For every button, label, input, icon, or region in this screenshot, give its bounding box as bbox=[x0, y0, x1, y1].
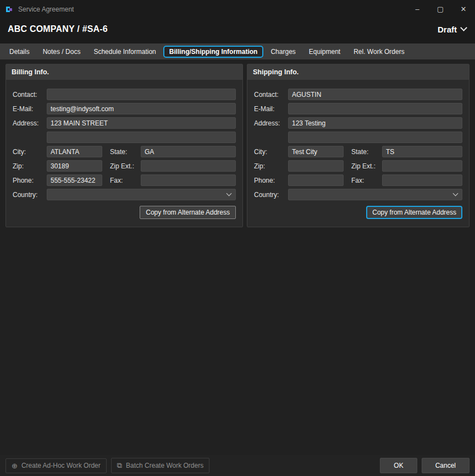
billing-country-label: Country: bbox=[13, 191, 47, 199]
shipping-state-label: State: bbox=[351, 148, 382, 156]
ok-button[interactable]: OK bbox=[380, 458, 417, 473]
batch-create-work-orders-label: Batch Create Work Orders bbox=[126, 462, 203, 469]
billing-zip-label: Zip: bbox=[13, 162, 47, 170]
chevron-down-icon bbox=[227, 191, 232, 196]
billing-state-label: State: bbox=[110, 148, 141, 156]
shipping-zip-ext-label: Zip Ext.: bbox=[351, 162, 382, 170]
create-adhoc-work-order-label: Create Ad-Hoc Work Order bbox=[21, 462, 101, 469]
footer: ⊕ Create Ad-Hoc Work Order ⧉ Batch Creat… bbox=[0, 455, 475, 476]
shipping-state-input[interactable] bbox=[382, 146, 462, 157]
shipping-panel-title: Shipping Info. bbox=[247, 64, 469, 80]
shipping-zip-input[interactable] bbox=[288, 160, 344, 172]
page-title: ABC COMPANY / #SA-6 bbox=[8, 24, 108, 34]
tab-schedule-information[interactable]: Schedule Information bbox=[87, 46, 162, 58]
minimize-button[interactable]: – bbox=[406, 0, 429, 18]
main-content: Billing Info. Contact: E-Mail: Address: bbox=[0, 59, 475, 455]
status-dropdown[interactable]: Draft bbox=[438, 25, 466, 34]
shipping-fax-input[interactable] bbox=[382, 174, 462, 186]
billing-city-label: City: bbox=[13, 148, 47, 156]
billing-address2-input[interactable] bbox=[47, 132, 236, 143]
billing-panel-body: Contact: E-Mail: Address: bbox=[6, 80, 242, 227]
billing-copy-from-alternate-address-button[interactable]: Copy from Alternate Address bbox=[140, 206, 236, 219]
billing-city-input[interactable] bbox=[47, 146, 102, 157]
shipping-zip-label: Zip: bbox=[254, 162, 288, 170]
shipping-contact-label: Contact: bbox=[254, 91, 288, 99]
shipping-fax-label: Fax: bbox=[351, 177, 382, 184]
shipping-country-label: Country: bbox=[254, 191, 288, 199]
app-logo-icon bbox=[4, 4, 14, 14]
service-agreement-window: Service Agreement – ▢ ✕ ABC COMPANY / #S… bbox=[0, 0, 475, 476]
shipping-email-label: E-Mail: bbox=[254, 105, 288, 113]
shipping-copy-from-alternate-address-button[interactable]: Copy from Alternate Address bbox=[366, 206, 462, 219]
billing-address1-input[interactable] bbox=[47, 117, 236, 129]
billing-contact-input[interactable] bbox=[47, 89, 236, 100]
billing-phone-input[interactable] bbox=[47, 174, 102, 186]
billing-zip-ext-label: Zip Ext.: bbox=[110, 162, 141, 170]
billing-phone-label: Phone: bbox=[13, 177, 47, 184]
titlebar: Service Agreement – ▢ ✕ bbox=[0, 0, 475, 18]
batch-create-work-orders-button[interactable]: ⧉ Batch Create Work Orders bbox=[111, 458, 209, 473]
billing-fax-input[interactable] bbox=[141, 174, 236, 186]
billing-address-label: Address: bbox=[13, 119, 47, 127]
billing-panel-title: Billing Info. bbox=[6, 64, 242, 80]
shipping-city-input[interactable] bbox=[288, 146, 344, 157]
billing-zip-input[interactable] bbox=[47, 160, 102, 172]
shipping-info-panel: Shipping Info. Contact: E-Mail: Address: bbox=[247, 64, 470, 227]
close-button[interactable]: ✕ bbox=[452, 0, 475, 18]
status-badge: Draft bbox=[438, 25, 457, 34]
billing-fax-label: Fax: bbox=[110, 177, 141, 184]
tab-notes-docs[interactable]: Notes / Docs bbox=[37, 46, 87, 58]
create-adhoc-work-order-button[interactable]: ⊕ Create Ad-Hoc Work Order bbox=[5, 458, 107, 473]
shipping-contact-input[interactable] bbox=[288, 89, 462, 100]
billing-country-select[interactable] bbox=[47, 189, 236, 200]
chevron-down-icon bbox=[460, 24, 467, 31]
cancel-button[interactable]: Cancel bbox=[422, 458, 470, 473]
tab-billing-shipping-information[interactable]: Billing/Shipping Information bbox=[163, 46, 264, 58]
billing-zip-ext-input[interactable] bbox=[141, 160, 236, 172]
shipping-panel-body: Contact: E-Mail: Address: bbox=[247, 80, 469, 227]
billing-email-input[interactable] bbox=[47, 103, 236, 114]
window-title: Service Agreement bbox=[18, 6, 74, 13]
shipping-phone-input[interactable] bbox=[288, 174, 344, 186]
batch-documents-icon: ⧉ bbox=[117, 461, 122, 470]
tab-rel-work-orders[interactable]: Rel. Work Orders bbox=[347, 46, 410, 58]
billing-shipping-panels: Billing Info. Contact: E-Mail: Address: bbox=[5, 64, 470, 227]
maximize-button[interactable]: ▢ bbox=[429, 0, 452, 18]
billing-info-panel: Billing Info. Contact: E-Mail: Address: bbox=[5, 64, 243, 227]
circled-plus-icon: ⊕ bbox=[12, 462, 18, 470]
shipping-address2-input[interactable] bbox=[288, 132, 462, 143]
tab-charges[interactable]: Charges bbox=[264, 46, 301, 58]
header: ABC COMPANY / #SA-6 Draft bbox=[0, 18, 475, 43]
billing-contact-label: Contact: bbox=[13, 91, 47, 99]
chevron-down-icon bbox=[453, 191, 459, 196]
shipping-city-label: City: bbox=[254, 148, 288, 156]
tab-details[interactable]: Details bbox=[3, 46, 36, 58]
shipping-address-label: Address: bbox=[254, 119, 288, 127]
shipping-address1-input[interactable] bbox=[288, 117, 462, 129]
shipping-zip-ext-input[interactable] bbox=[382, 160, 462, 172]
tab-bar: Details Notes / Docs Schedule Informatio… bbox=[0, 43, 475, 59]
shipping-phone-label: Phone: bbox=[254, 177, 288, 184]
tab-equipment[interactable]: Equipment bbox=[303, 46, 346, 58]
shipping-country-select[interactable] bbox=[288, 189, 462, 200]
billing-state-input[interactable] bbox=[141, 146, 236, 157]
shipping-email-input[interactable] bbox=[288, 103, 462, 114]
billing-email-label: E-Mail: bbox=[13, 105, 47, 113]
